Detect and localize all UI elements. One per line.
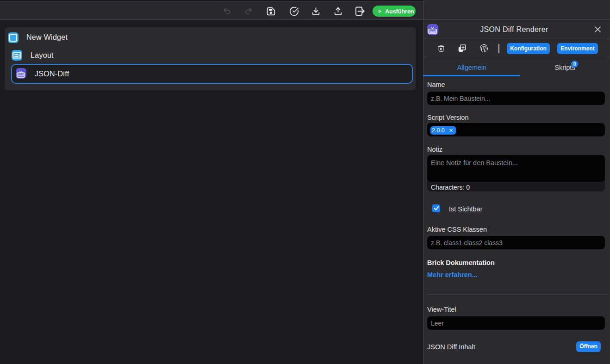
svg-text:JSON: JSON bbox=[18, 74, 23, 76]
svg-text:JSON: JSON bbox=[430, 31, 436, 33]
